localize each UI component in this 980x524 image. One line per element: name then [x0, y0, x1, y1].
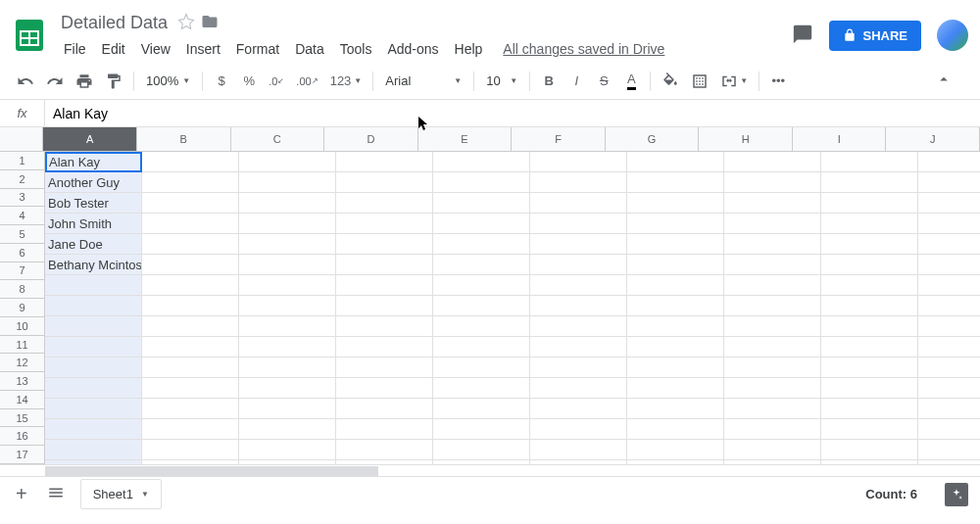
- cell[interactable]: [433, 255, 530, 275]
- cell[interactable]: [821, 275, 918, 296]
- cell[interactable]: [627, 214, 724, 234]
- cell[interactable]: [724, 337, 821, 357]
- cell[interactable]: [821, 440, 918, 460]
- cell[interactable]: [724, 152, 821, 172]
- cell[interactable]: [142, 419, 239, 440]
- cell[interactable]: [530, 357, 627, 378]
- cell[interactable]: [627, 357, 724, 378]
- paint-format-button[interactable]: [100, 68, 127, 95]
- cell[interactable]: [530, 193, 627, 214]
- folder-icon[interactable]: [201, 13, 219, 33]
- share-button[interactable]: SHARE: [829, 21, 921, 51]
- sheets-logo[interactable]: [12, 18, 47, 53]
- cell[interactable]: [239, 296, 336, 316]
- cell[interactable]: [142, 255, 239, 275]
- cell[interactable]: [530, 337, 627, 357]
- cell[interactable]: Bethany Mcintosh: [45, 255, 142, 275]
- percent-button[interactable]: %: [236, 69, 262, 93]
- cell[interactable]: [530, 316, 627, 337]
- cell[interactable]: [627, 337, 724, 357]
- cell[interactable]: [627, 255, 724, 275]
- cell[interactable]: [918, 378, 980, 399]
- row-header[interactable]: 16: [0, 427, 45, 446]
- cell[interactable]: [142, 440, 239, 460]
- cell[interactable]: [627, 378, 724, 399]
- add-sheet-button[interactable]: +: [12, 479, 31, 509]
- cell[interactable]: [918, 337, 980, 357]
- cell[interactable]: [821, 193, 918, 214]
- cell[interactable]: [239, 378, 336, 399]
- cell[interactable]: [336, 296, 433, 316]
- cell[interactable]: [433, 152, 530, 172]
- bold-button[interactable]: B: [536, 69, 562, 93]
- font-select[interactable]: Arial▼: [379, 70, 467, 92]
- cell[interactable]: [433, 193, 530, 214]
- cell[interactable]: [724, 399, 821, 419]
- cell[interactable]: Bob Tester: [45, 193, 142, 214]
- cell[interactable]: [821, 172, 918, 193]
- cell[interactable]: [239, 234, 336, 255]
- cell[interactable]: [918, 172, 980, 193]
- horizontal-scrollbar[interactable]: [0, 464, 980, 476]
- cell[interactable]: John Smith: [45, 214, 142, 234]
- row-header[interactable]: 14: [0, 391, 45, 409]
- more-button[interactable]: •••: [765, 69, 791, 93]
- cell[interactable]: [821, 152, 918, 172]
- col-header-h[interactable]: H: [699, 127, 793, 151]
- italic-button[interactable]: I: [564, 69, 589, 93]
- cell[interactable]: [918, 440, 980, 460]
- col-header-i[interactable]: I: [793, 127, 887, 151]
- cell[interactable]: [724, 296, 821, 316]
- text-color-button[interactable]: A: [618, 67, 644, 95]
- menu-file[interactable]: File: [57, 37, 93, 61]
- merge-cells-button[interactable]: ▼: [715, 68, 753, 95]
- row-header[interactable]: 10: [0, 317, 45, 336]
- currency-button[interactable]: $: [209, 69, 234, 93]
- cell[interactable]: [627, 275, 724, 296]
- cell[interactable]: [336, 193, 433, 214]
- borders-button[interactable]: [686, 68, 713, 95]
- row-header[interactable]: 13: [0, 372, 45, 391]
- cell[interactable]: [627, 234, 724, 255]
- cell[interactable]: [239, 316, 336, 337]
- dec-decrease-button[interactable]: .0↙: [264, 71, 289, 92]
- collapse-toolbar-icon[interactable]: [919, 65, 968, 97]
- cell[interactable]: [433, 214, 530, 234]
- row-header[interactable]: 7: [0, 262, 45, 281]
- cell[interactable]: [627, 172, 724, 193]
- explore-button[interactable]: [945, 483, 968, 506]
- cell[interactable]: [821, 419, 918, 440]
- row-header[interactable]: 12: [0, 354, 45, 372]
- cell[interactable]: [918, 419, 980, 440]
- menu-view[interactable]: View: [134, 37, 177, 61]
- comments-icon[interactable]: [792, 24, 813, 48]
- count-badge[interactable]: Count: 6: [865, 487, 933, 501]
- print-button[interactable]: [71, 68, 98, 95]
- cell[interactable]: [627, 193, 724, 214]
- strike-button[interactable]: S: [591, 69, 616, 93]
- cell[interactable]: [433, 316, 530, 337]
- cell[interactable]: [336, 152, 433, 172]
- cell[interactable]: [239, 193, 336, 214]
- cell[interactable]: [433, 296, 530, 316]
- cell[interactable]: [239, 337, 336, 357]
- cell[interactable]: [336, 337, 433, 357]
- cell[interactable]: [918, 275, 980, 296]
- cell[interactable]: [530, 296, 627, 316]
- row-header[interactable]: 9: [0, 299, 45, 317]
- col-header-b[interactable]: B: [137, 127, 231, 151]
- row-header[interactable]: 11: [0, 336, 45, 355]
- cell[interactable]: [724, 440, 821, 460]
- cell[interactable]: [530, 440, 627, 460]
- cell[interactable]: [530, 152, 627, 172]
- cell[interactable]: [530, 214, 627, 234]
- star-icon[interactable]: [177, 13, 195, 33]
- row-header[interactable]: 15: [0, 409, 45, 428]
- menu-format[interactable]: Format: [229, 37, 286, 61]
- font-size-select[interactable]: 10▼: [480, 70, 523, 92]
- cell[interactable]: Another Guy: [45, 172, 142, 193]
- row-header[interactable]: 5: [0, 225, 45, 244]
- row-header[interactable]: 8: [0, 280, 45, 299]
- cell[interactable]: [918, 255, 980, 275]
- cell[interactable]: [142, 378, 239, 399]
